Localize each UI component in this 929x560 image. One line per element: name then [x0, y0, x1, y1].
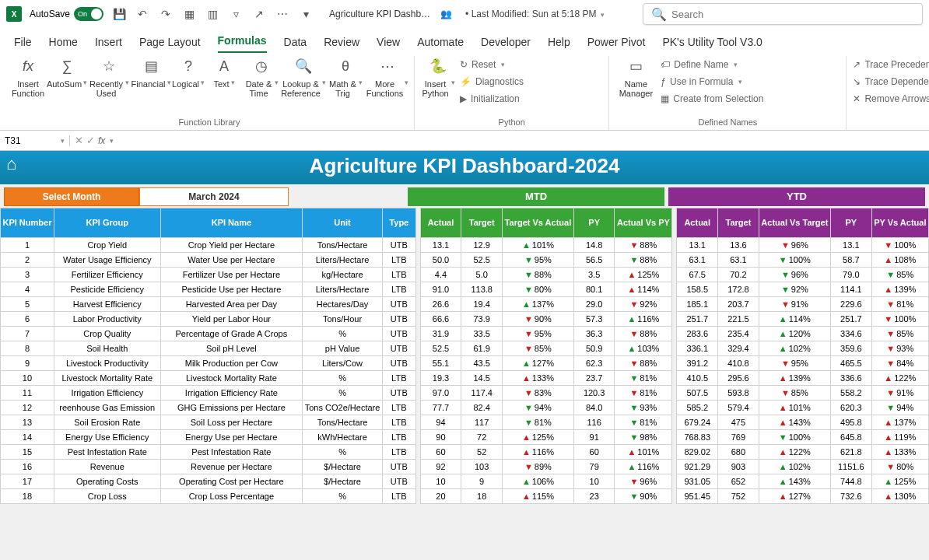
cell-mtd-tva[interactable]: ▲137%	[503, 297, 574, 312]
cell-ytd-actual[interactable]: 185.1	[677, 297, 718, 312]
cell-ytd-avt[interactable]: ▲122%	[759, 445, 830, 460]
cell-mtd-avpy[interactable]: ▲116%	[615, 312, 672, 327]
cell-mtd-avpy[interactable]: ▼88%	[615, 253, 672, 268]
cell-kpi-name[interactable]: Soil Loss per Hectare	[160, 415, 302, 430]
cell-kpi-group[interactable]: Crop Quality	[54, 327, 160, 341]
cell-kpi-number[interactable]: 1	[1, 238, 54, 253]
cell-ytd-py[interactable]: 744.8	[830, 474, 871, 489]
cell-type[interactable]: UTB	[383, 356, 416, 371]
cell-mtd-target[interactable]: 43.5	[461, 356, 503, 371]
cell-ytd-avt[interactable]: ▲127%	[759, 489, 830, 504]
cell-kpi-group[interactable]: Irrigation Efficiency	[54, 386, 160, 401]
cancel-icon[interactable]: ✕	[75, 135, 83, 146]
last-modified-label[interactable]: • Last Modified: Sun at 5:18 PM ▾	[465, 9, 605, 19]
cell-mtd-avpy[interactable]: ▼90%	[615, 489, 672, 504]
cell-mtd-actual[interactable]: 4.4	[420, 268, 461, 282]
cell-ytd-avt[interactable]: ▼91%	[759, 297, 830, 312]
cell-mtd-actual[interactable]: 77.7	[420, 401, 461, 415]
cell-unit[interactable]: $/Hectare	[303, 474, 383, 489]
cell-kpi-group[interactable]: reenhouse Gas Emission	[54, 401, 160, 415]
cell-mtd-tva[interactable]: ▼85%	[503, 341, 574, 356]
cell-ytd-avt[interactable]: ▲102%	[759, 341, 830, 356]
diagnostics-button[interactable]: ⚡Diagnostics	[460, 73, 602, 90]
cell-ytd-avt[interactable]: ▼96%	[759, 238, 830, 253]
cell-ytd-target[interactable]: 235.4	[718, 327, 759, 341]
cell-kpi-group[interactable]: Harvest Efficiency	[54, 297, 160, 312]
cell-kpi-name[interactable]: Water Use per Hectare	[160, 253, 302, 268]
cell-kpi-group[interactable]: Soil Health	[54, 341, 160, 356]
cell-kpi-number[interactable]: 15	[1, 445, 54, 460]
cell-mtd-py[interactable]: 23	[573, 489, 615, 504]
cell-mtd-tva[interactable]: ▼94%	[503, 401, 574, 415]
cell-mtd-actual[interactable]: 19.3	[420, 371, 461, 386]
cell-ytd-avt[interactable]: ▲120%	[759, 327, 830, 341]
lookup-button[interactable]: 🔍Lookup & Reference▾	[283, 56, 324, 116]
cell-mtd-py[interactable]: 3.5	[573, 268, 615, 282]
cell-kpi-number[interactable]: 3	[1, 268, 54, 282]
cell-ytd-actual[interactable]: 679.24	[677, 415, 718, 430]
table-row[interactable]: 2Water Usage EfficiencyWater Use per Hec…	[1, 253, 929, 268]
cell-ytd-target[interactable]: 13.6	[718, 238, 759, 253]
tab-automate[interactable]: Automate	[417, 36, 464, 53]
name-manager-button[interactable]: ▭Name Manager	[615, 56, 656, 116]
table-row[interactable]: 6Labor ProductivityYield per Labor HourT…	[1, 312, 929, 327]
cell-ytd-py[interactable]: 229.6	[830, 297, 871, 312]
cell-ytd-actual[interactable]: 829.02	[677, 445, 718, 460]
cell-ytd-target[interactable]: 752	[718, 489, 759, 504]
cell-ytd-actual[interactable]: 63.1	[677, 253, 718, 268]
cell-ytd-py[interactable]: 334.6	[830, 327, 871, 341]
cell-kpi-group[interactable]: Operating Costs	[54, 474, 160, 489]
cell-mtd-py[interactable]: 80.1	[573, 282, 615, 297]
cell-ytd-py[interactable]: 645.8	[830, 430, 871, 445]
share-people-icon[interactable]: 👥	[438, 6, 454, 22]
cell-ytd-py[interactable]: 336.6	[830, 371, 871, 386]
cell-ytd-pyva[interactable]: ▲139%	[871, 282, 928, 297]
cell-mtd-tva[interactable]: ▼90%	[503, 312, 574, 327]
tab-data[interactable]: Data	[284, 36, 307, 53]
cell-mtd-actual[interactable]: 97.0	[420, 386, 461, 401]
cell-kpi-number[interactable]: 11	[1, 386, 54, 401]
cell-mtd-py[interactable]: 14.8	[573, 238, 615, 253]
cell-ytd-avt[interactable]: ▲143%	[759, 415, 830, 430]
cell-ytd-avt[interactable]: ▲102%	[759, 460, 830, 474]
filter-icon[interactable]: ▿	[228, 6, 244, 22]
cell-ytd-pyva[interactable]: ▼93%	[871, 341, 928, 356]
cell-unit[interactable]: %	[303, 327, 383, 341]
cell-mtd-tva[interactable]: ▲127%	[503, 356, 574, 371]
cell-mtd-target[interactable]: 33.5	[461, 327, 503, 341]
cell-ytd-avt[interactable]: ▼96%	[759, 268, 830, 282]
trace-dependents-button[interactable]: ↘Trace Dependents	[853, 73, 929, 90]
cell-kpi-number[interactable]: 8	[1, 341, 54, 356]
cell-ytd-actual[interactable]: 251.7	[677, 312, 718, 327]
cell-mtd-target[interactable]: 72	[461, 430, 503, 445]
table-row[interactable]: 5Harvest EfficiencyHarvested Area per Da…	[1, 297, 929, 312]
trace-precedents-button[interactable]: ↗Trace Precedents	[853, 56, 929, 73]
table-row[interactable]: 16RevenueRevenue per Hectare$/HectareUTB…	[1, 460, 929, 474]
cell-ytd-actual[interactable]: 283.6	[677, 327, 718, 341]
table-row[interactable]: 18Crop LossCrop Loss Percentage%LTB2018▲…	[1, 489, 929, 504]
cell-ytd-actual[interactable]: 410.5	[677, 371, 718, 386]
cell-type[interactable]: LTB	[383, 253, 416, 268]
create-selection-button[interactable]: ▦Create from Selection	[661, 90, 840, 107]
cell-mtd-avpy[interactable]: ▼88%	[615, 238, 672, 253]
cell-ytd-target[interactable]: 769	[718, 430, 759, 445]
cell-ytd-pyva[interactable]: ▲125%	[871, 474, 928, 489]
table-row[interactable]: 11Irrigation EfficiencyIrrigation Effici…	[1, 386, 929, 401]
name-box[interactable]: T31▾	[0, 135, 70, 146]
cell-kpi-group[interactable]: Livestock Productivity	[54, 356, 160, 371]
cell-mtd-avpy[interactable]: ▲125%	[615, 268, 672, 282]
cell-kpi-group[interactable]: Soil Erosion Rate	[54, 415, 160, 430]
cell-mtd-target[interactable]: 61.9	[461, 341, 503, 356]
cell-mtd-target[interactable]: 117	[461, 415, 503, 430]
cell-mtd-actual[interactable]: 52.5	[420, 341, 461, 356]
enter-icon[interactable]: ✓	[86, 135, 95, 146]
cell-ytd-actual[interactable]: 768.83	[677, 430, 718, 445]
remove-arrows-button[interactable]: ✕Remove Arrows▾	[853, 90, 929, 107]
cell-mtd-py[interactable]: 36.3	[573, 327, 615, 341]
cell-ytd-pyva[interactable]: ▼94%	[871, 401, 928, 415]
cell-kpi-name[interactable]: Operating Cost per Hectare	[160, 474, 302, 489]
tab-help[interactable]: Help	[548, 36, 570, 53]
cell-mtd-actual[interactable]: 92	[420, 460, 461, 474]
cell-type[interactable]: LTB	[383, 445, 416, 460]
cell-ytd-pyva[interactable]: ▲119%	[871, 430, 928, 445]
